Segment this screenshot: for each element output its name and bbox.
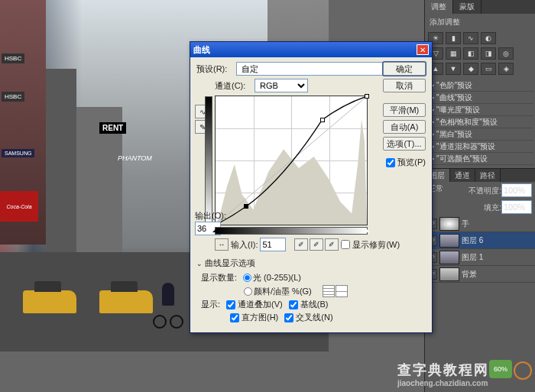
- smooth-button[interactable]: 平滑(M): [383, 103, 426, 117]
- tab-paths[interactable]: 路径: [475, 169, 501, 182]
- sign-coke: Coca-Cola: [0, 191, 38, 222]
- tab-channels[interactable]: 通道: [450, 169, 475, 182]
- tab-adjustments[interactable]: 调整: [425, 0, 453, 14]
- white-eyedropper-icon[interactable]: ✐: [325, 238, 339, 251]
- show-label: 显示:: [201, 299, 220, 310]
- black-eyedropper-icon[interactable]: ✐: [294, 238, 308, 251]
- layer-thumb: [439, 234, 459, 248]
- svg-line-0: [216, 96, 367, 225]
- sign-rent: RENT: [99, 122, 126, 134]
- cancel-button[interactable]: 取消: [383, 79, 426, 92]
- sign-hsbc-2: HSBC: [2, 92, 24, 102]
- grid-small-icon[interactable]: [323, 285, 335, 297]
- curve-point-1[interactable]: [244, 204, 248, 209]
- histogram-checkbox[interactable]: 直方图(H): [230, 312, 278, 323]
- white-point-slider[interactable]: [364, 226, 370, 232]
- curve-point-2[interactable]: [320, 118, 325, 122]
- light-radio[interactable]: 光 (0-255)(L): [243, 272, 301, 283]
- preset-curves[interactable]: ▶"曲线"预设: [426, 92, 533, 104]
- adjustment-icons-row2: ▽ ▦ ◧ ◨ ◎: [425, 46, 535, 61]
- adj-bw-icon[interactable]: ◨: [481, 47, 496, 60]
- add-adjustment-label: 添加调整: [425, 14, 535, 31]
- curve-graph[interactable]: [215, 96, 368, 225]
- right-panel: 调整 蒙版 添加调整 ☀ ▮ ∿ ◐ ▽ ▦ ◧ ◨ ◎ ▲ ▼ ◆ ▭ ◈ ▶…: [424, 0, 535, 392]
- ink-radio[interactable]: 颜料/油墨 %(G): [244, 286, 312, 297]
- ok-button[interactable]: 确定: [383, 62, 426, 76]
- adj-exposure-icon[interactable]: ◐: [481, 32, 496, 44]
- display-options-fold[interactable]: ⌄ 曲线显示选项: [196, 258, 426, 269]
- layer-thumb: [439, 267, 459, 281]
- layer-6[interactable]: 👁 图层 6: [425, 232, 535, 249]
- intersection-checkbox[interactable]: 交叉线(N): [284, 312, 332, 323]
- sign-samsung: SAMSUNG: [2, 149, 34, 157]
- preset-levels[interactable]: ▶"色阶"预设: [426, 79, 533, 92]
- adj-levels-icon[interactable]: ▮: [446, 32, 461, 44]
- watermark: 查字典教程网 jiaocheng.chazidian.com: [397, 361, 489, 387]
- preset-list: ▶"色阶"预设 ▶"曲线"预设 ▶"曝光度"预设 ▶"色相/饱和度"预设 ▶"黑…: [426, 79, 533, 165]
- opacity-input[interactable]: [501, 183, 532, 197]
- dialog-titlebar[interactable]: 曲线 ✕: [190, 42, 432, 57]
- preset-selcolor[interactable]: ▶"可选颜色"预设: [426, 153, 533, 165]
- tab-masks[interactable]: 蒙版: [453, 0, 481, 14]
- layer-background[interactable]: 👁 背景: [425, 266, 535, 283]
- adj-colorbalance-icon[interactable]: ◧: [463, 47, 478, 60]
- output-gradient: [205, 96, 212, 225]
- taxi-1: [23, 290, 76, 313]
- watermark-badge: 60%: [489, 360, 512, 378]
- chevron-down-icon: ⌄: [196, 260, 203, 267]
- input-label: 输入(I):: [231, 239, 258, 251]
- dialog-title: 曲线: [193, 44, 210, 56]
- black-point-slider[interactable]: [212, 226, 219, 232]
- adj-threshold-icon[interactable]: ◆: [463, 63, 478, 75]
- preset-chmixer[interactable]: ▶"通道混和器"预设: [426, 141, 533, 153]
- preset-label: 预设(R):: [196, 63, 233, 75]
- target-adjust-icon[interactable]: ↔: [215, 238, 229, 251]
- close-icon[interactable]: ✕: [417, 44, 429, 55]
- fill-input[interactable]: [501, 200, 532, 214]
- cyclist: [153, 283, 183, 329]
- input-gradient[interactable]: [215, 227, 368, 235]
- layer-thumb: [439, 217, 459, 231]
- adj-curves-icon[interactable]: ∿: [463, 32, 478, 44]
- input-input[interactable]: [260, 238, 286, 251]
- adjustment-icons-row3: ▲ ▼ ◆ ▭ ◈: [425, 61, 535, 76]
- show-amount-label: 显示数量:: [201, 272, 237, 283]
- output-label: 输出(O):: [195, 210, 226, 222]
- preset-exposure[interactable]: ▶"曝光度"预设: [426, 104, 533, 116]
- layer-thumb: [439, 251, 459, 264]
- preset-hue[interactable]: ▶"色相/饱和度"预设: [426, 116, 533, 128]
- sign-phantom: PHANTOM: [115, 153, 155, 164]
- options-button[interactable]: 选项(T)...: [383, 137, 426, 151]
- fill-label: 填充:: [484, 203, 501, 212]
- adj-photo-filter-icon[interactable]: ◎: [498, 47, 514, 60]
- baseline-checkbox[interactable]: 基线(B): [289, 299, 329, 310]
- sign-hsbc: HSBC: [2, 53, 24, 63]
- watermark-circle-icon: [514, 361, 532, 380]
- adjustment-icons-row1: ☀ ▮ ∿ ◐: [425, 31, 535, 46]
- show-clipping-checkbox[interactable]: 显示修剪(W): [341, 239, 400, 251]
- channel-label: 通道(C):: [215, 80, 251, 92]
- adj-hue-icon[interactable]: ▦: [446, 47, 461, 60]
- grid-large-icon[interactable]: [336, 285, 348, 297]
- gray-eyedropper-icon[interactable]: ✐: [310, 238, 323, 251]
- curve-line: [216, 96, 367, 225]
- overlay-checkbox[interactable]: 通道叠加(V): [226, 299, 283, 310]
- adj-gradmap-icon[interactable]: ▭: [481, 63, 496, 75]
- opacity-label: 不透明度:: [469, 186, 501, 195]
- adj-selective-icon[interactable]: ◈: [498, 63, 514, 75]
- channel-select[interactable]: RGB: [255, 79, 308, 92]
- adj-posterize-icon[interactable]: ▼: [446, 63, 461, 75]
- taxi-2: [99, 290, 153, 313]
- preview-checkbox[interactable]: 预览(P): [386, 157, 426, 168]
- auto-button[interactable]: 自动(A): [383, 120, 426, 134]
- curve-point-3[interactable]: [365, 94, 369, 99]
- layer-1[interactable]: 👁 图层 1: [425, 249, 535, 266]
- layer-hand[interactable]: 👁 手: [425, 215, 535, 232]
- preset-bw[interactable]: ▶"黑白"预设: [426, 128, 533, 141]
- curves-dialog: 曲线 ✕ 确定 取消 平滑(M) 自动(A) 选项(T)... 预览(P) 预设…: [190, 41, 433, 333]
